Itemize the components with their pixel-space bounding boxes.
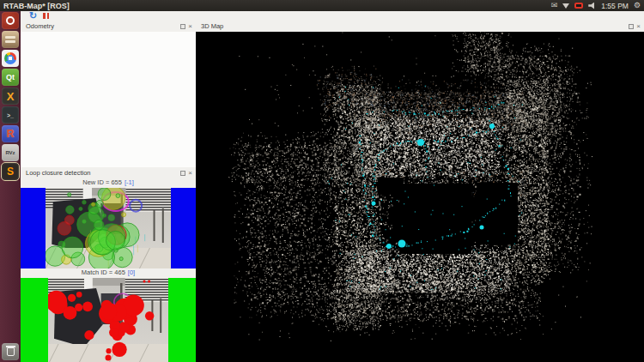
files-icon xyxy=(5,36,15,39)
launcher-item-terminal[interactable]: >_ xyxy=(2,106,19,124)
loop-closure-panel-title: Loop closure detection xyxy=(24,169,180,177)
launcher-item-trash[interactable] xyxy=(2,343,19,360)
map-3d-panel: 3D Map × xyxy=(196,21,644,362)
match-id-label: Match ID = 465 xyxy=(82,268,125,276)
launcher-item-rviz[interactable]: RVz xyxy=(2,144,19,161)
sublime-icon: S xyxy=(7,166,14,178)
map-canvas[interactable] xyxy=(196,32,644,362)
app-toolbar: ↻ xyxy=(21,11,644,21)
map-3d-close-icon[interactable]: × xyxy=(636,23,641,29)
map-3d-viewport xyxy=(196,32,644,362)
new-id-line: New ID = 655[-1] xyxy=(21,178,196,188)
launcher-item-sublime[interactable]: S xyxy=(2,163,19,180)
x-app-icon: X xyxy=(7,90,15,103)
match-image-row xyxy=(21,278,196,362)
launcher-item-x-app[interactable]: X xyxy=(2,87,19,105)
new-image-view xyxy=(46,188,171,268)
loop-closure-float-icon[interactable] xyxy=(180,171,185,176)
mail-icon[interactable]: ✉ xyxy=(551,1,558,10)
rtabmap-icon: R xyxy=(7,128,15,140)
chrome-icon xyxy=(4,52,16,64)
launcher-item-dash[interactable] xyxy=(2,12,19,29)
map-3d-panel-header[interactable]: 3D Map × xyxy=(196,21,644,32)
refresh-button[interactable]: ↻ xyxy=(29,12,37,20)
new-image-row xyxy=(21,188,196,268)
match-image-view xyxy=(48,278,168,362)
system-tray: ✉ 1:55 PM ⚙ xyxy=(551,1,644,10)
qt-creator-icon: Qt xyxy=(6,73,15,81)
launcher-item-rtabmap[interactable]: R xyxy=(2,125,19,142)
odometry-float-icon[interactable] xyxy=(180,24,185,29)
rtabmap-window: ↻ Odometry × Loop closure detection × xyxy=(21,11,644,362)
odometry-panel-title: Odometry xyxy=(24,22,180,30)
loop-closure-panel: Loop closure detection × New ID = 655[-1… xyxy=(21,167,196,362)
terminal-icon: >_ xyxy=(7,112,14,118)
unity-launcher: Qt X >_ R RVz S xyxy=(0,11,21,362)
volume-icon[interactable] xyxy=(588,3,596,9)
new-id-label: New ID = 655 xyxy=(82,178,122,186)
rviz-icon: RVz xyxy=(5,150,15,155)
map-3d-float-icon[interactable] xyxy=(629,24,634,29)
launcher-item-files[interactable] xyxy=(2,31,19,48)
loop-closure-close-icon[interactable]: × xyxy=(188,170,192,176)
odometry-close-icon[interactable]: × xyxy=(188,23,192,29)
screen-record-icon[interactable] xyxy=(574,3,583,9)
gear-icon[interactable]: ⚙ xyxy=(634,1,641,10)
odometry-panel: Odometry × xyxy=(21,21,196,167)
clock-label[interactable]: 1:55 PM xyxy=(601,2,629,10)
new-id-tag: [-1] xyxy=(125,178,134,186)
odometry-view xyxy=(21,32,196,167)
match-id-tag: [0] xyxy=(128,268,135,276)
pause-button[interactable] xyxy=(43,13,49,19)
network-icon[interactable] xyxy=(562,3,569,9)
window-title: RTAB-Map* [ROS] xyxy=(3,2,70,10)
launcher-item-qt-creator[interactable]: Qt xyxy=(2,69,19,86)
loop-closure-panel-header[interactable]: Loop closure detection × xyxy=(21,167,196,178)
trash-icon xyxy=(7,347,15,356)
match-id-line: Match ID = 465[0] xyxy=(21,268,196,278)
ubuntu-dash-icon xyxy=(6,16,15,25)
launcher-item-chrome[interactable] xyxy=(2,50,19,67)
odometry-panel-header[interactable]: Odometry × xyxy=(21,21,196,32)
dock-area: Odometry × Loop closure detection × New … xyxy=(21,21,644,362)
system-menubar: RTAB-Map* [ROS] ✉ 1:55 PM ⚙ xyxy=(0,0,644,11)
map-3d-panel-title: 3D Map xyxy=(199,22,629,30)
